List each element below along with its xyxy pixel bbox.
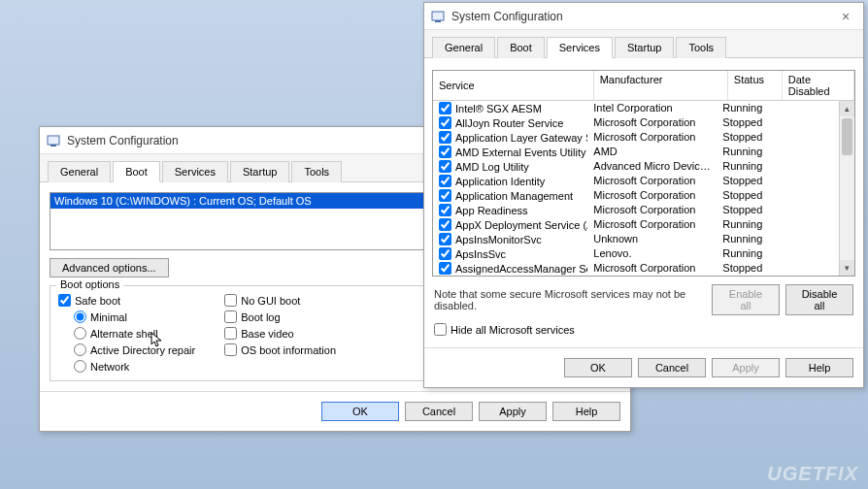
services-table: Service Manufacturer Status Date Disable… — [432, 70, 855, 277]
table-row[interactable]: Intel® SGX AESMIntel CorporationRunning — [433, 101, 839, 115]
tab-boot[interactable]: Boot — [497, 37, 545, 58]
service-checkbox[interactable] — [439, 116, 451, 129]
basevideo-checkbox[interactable] — [224, 327, 237, 340]
service-date — [769, 217, 839, 232]
tab-services[interactable]: Services — [162, 161, 228, 182]
service-status: Running — [717, 217, 769, 232]
table-row[interactable]: Application ManagementMicrosoft Corporat… — [433, 188, 839, 203]
apply-button[interactable]: Apply — [479, 402, 547, 421]
enable-all-button[interactable]: Enable all — [712, 284, 780, 315]
apply-button[interactable]: Apply — [712, 358, 780, 377]
service-checkbox[interactable] — [439, 146, 451, 158]
ok-button[interactable]: OK — [321, 402, 399, 421]
service-checkbox[interactable] — [439, 175, 451, 187]
dialog-buttons: OK Cancel Apply Help — [40, 391, 630, 431]
tab-general[interactable]: General — [432, 37, 495, 58]
table-row[interactable]: ApsInsMonitorSvcUnknownRunning — [433, 232, 839, 246]
svg-rect-2 — [432, 12, 444, 20]
service-mfr: Lenovo. — [587, 246, 717, 261]
tab-tools[interactable]: Tools — [676, 37, 726, 58]
table-row[interactable]: AllJoyn Router ServiceMicrosoft Corporat… — [433, 115, 839, 130]
service-checkbox[interactable] — [439, 262, 451, 275]
service-checkbox[interactable] — [439, 189, 451, 202]
nogui-label: No GUI boot — [241, 295, 300, 307]
header-mfr[interactable]: Manufacturer — [594, 71, 728, 100]
service-status: Running — [717, 145, 769, 159]
svg-rect-3 — [435, 20, 441, 22]
service-checkbox[interactable] — [439, 218, 451, 231]
service-name: AppX Deployment Service (App... — [455, 219, 587, 231]
table-row[interactable]: AMD Log UtilityAdvanced Micro Devices, I… — [433, 159, 839, 174]
table-row[interactable]: Application IdentityMicrosoft Corporatio… — [433, 174, 839, 188]
scrollbar[interactable]: ▴ ▾ — [839, 101, 854, 276]
table-header[interactable]: Service Manufacturer Status Date Disable… — [433, 71, 854, 101]
hide-ms-checkbox[interactable] — [434, 323, 447, 336]
service-checkbox[interactable] — [439, 247, 451, 260]
service-status: Stopped — [717, 174, 769, 188]
advanced-options-button[interactable]: Advanced options... — [50, 258, 169, 277]
tab-tools[interactable]: Tools — [291, 161, 342, 182]
table-row[interactable]: App ReadinessMicrosoft CorporationStoppe… — [433, 203, 839, 217]
service-status: Stopped — [717, 130, 769, 145]
table-row[interactable]: ApsInsSvcLenovo.Running — [433, 246, 839, 261]
watermark: UGETFIX — [767, 463, 858, 485]
altshell-label: Alternate shell — [90, 328, 158, 340]
service-mfr: Microsoft Corporation — [587, 174, 717, 188]
scroll-down-icon[interactable]: ▾ — [840, 260, 854, 276]
help-button[interactable]: Help — [785, 358, 853, 377]
services-content: Service Manufacturer Status Date Disable… — [424, 58, 863, 347]
bootlog-checkbox[interactable] — [224, 310, 237, 323]
adrepair-label: Active Directory repair — [90, 344, 195, 356]
service-name: Application Management — [455, 190, 573, 202]
service-checkbox[interactable] — [439, 131, 451, 144]
service-mfr: Microsoft Corporation — [587, 188, 717, 203]
service-status: Running — [717, 101, 769, 115]
sysconfig-icon — [430, 9, 446, 24]
minimal-radio[interactable] — [74, 310, 86, 323]
disable-all-button[interactable]: Disable all — [785, 284, 853, 315]
service-checkbox[interactable] — [439, 102, 451, 114]
service-date — [769, 261, 839, 276]
svg-rect-1 — [50, 145, 56, 147]
service-date — [769, 203, 839, 217]
service-checkbox[interactable] — [439, 233, 451, 245]
help-button[interactable]: Help — [552, 402, 620, 421]
tab-boot[interactable]: Boot — [113, 161, 160, 182]
boot-options-legend: Boot options — [56, 278, 123, 290]
safe-boot-checkbox[interactable] — [58, 294, 71, 307]
service-name: AMD External Events Utility — [455, 147, 585, 158]
ok-button[interactable]: OK — [564, 358, 632, 377]
safe-boot-label: Safe boot — [75, 295, 120, 307]
cancel-button[interactable]: Cancel — [405, 402, 473, 421]
table-row[interactable]: Application Layer Gateway ServiceMicroso… — [433, 130, 839, 145]
service-mfr: Intel Corporation — [587, 101, 717, 115]
osbootinfo-checkbox[interactable] — [224, 343, 237, 356]
tab-general[interactable]: General — [48, 161, 111, 182]
network-radio[interactable] — [74, 360, 86, 373]
adrepair-radio[interactable] — [74, 343, 86, 356]
service-checkbox[interactable] — [439, 204, 451, 216]
tab-startup[interactable]: Startup — [230, 161, 289, 182]
header-status[interactable]: Status — [728, 71, 783, 100]
altshell-radio[interactable] — [74, 327, 86, 340]
close-icon[interactable]: × — [834, 9, 857, 24]
header-service[interactable]: Service — [433, 71, 594, 100]
table-row[interactable]: AppX Deployment Service (App...Microsoft… — [433, 217, 839, 232]
nogui-checkbox[interactable] — [224, 294, 237, 307]
service-name: Application Identity — [455, 176, 545, 187]
service-date — [769, 232, 839, 246]
tab-startup[interactable]: Startup — [615, 37, 674, 58]
service-mfr: Microsoft Corporation — [587, 130, 717, 145]
table-row[interactable]: AssignedAccessManager ServiceMicrosoft C… — [433, 261, 839, 276]
service-mfr: Microsoft Corporation — [587, 217, 717, 232]
table-body[interactable]: ▴ ▾ Intel® SGX AESMIntel CorporationRunn… — [433, 101, 854, 276]
header-date[interactable]: Date Disabled — [783, 71, 854, 100]
scroll-thumb[interactable] — [842, 118, 852, 155]
table-row[interactable]: AMD External Events UtilityAMDRunning — [433, 145, 839, 159]
titlebar[interactable]: System Configuration × — [424, 3, 863, 30]
service-name: AllJoyn Router Service — [455, 117, 563, 129]
service-checkbox[interactable] — [439, 160, 451, 173]
scroll-up-icon[interactable]: ▴ — [840, 101, 854, 116]
cancel-button[interactable]: Cancel — [638, 358, 706, 377]
tab-services[interactable]: Services — [547, 37, 613, 58]
